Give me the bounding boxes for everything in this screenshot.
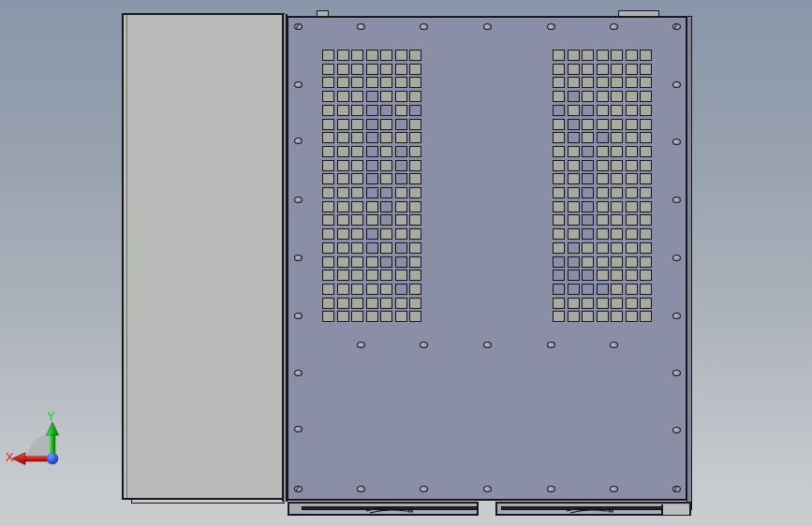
vent-cell xyxy=(322,201,334,212)
vent-cell xyxy=(337,146,349,157)
screw-hole xyxy=(420,486,428,492)
screw-hole xyxy=(610,486,618,492)
vent-cell xyxy=(626,298,638,309)
vent-cell xyxy=(640,132,652,143)
z-axis-origin-ball[interactable] xyxy=(47,453,58,464)
screw-hole xyxy=(672,313,681,319)
vent-cell xyxy=(597,284,609,295)
left-door-panel[interactable] xyxy=(122,13,285,500)
vent-cell xyxy=(597,242,609,254)
y-axis-label: Y xyxy=(47,410,55,423)
vent-cell xyxy=(553,187,565,198)
vent-cell xyxy=(351,146,363,157)
vent-cell xyxy=(611,50,623,61)
vent-cell xyxy=(322,132,334,143)
vent-cell xyxy=(582,77,594,88)
vent-cell xyxy=(553,214,565,226)
screw-hole xyxy=(420,23,428,30)
vent-cell xyxy=(568,311,580,322)
vent-cell xyxy=(322,270,334,281)
screw-hole-slash xyxy=(674,23,678,29)
screw-hole xyxy=(483,23,492,30)
screw-hole xyxy=(294,370,303,376)
vent-cell xyxy=(351,132,363,143)
vent-cell xyxy=(380,187,392,198)
vent-cell xyxy=(351,214,363,226)
vent-cell xyxy=(582,132,594,143)
cad-viewport[interactable]: X Y xyxy=(0,0,812,526)
screw-hole xyxy=(672,81,681,88)
vent-cell xyxy=(582,105,594,116)
vent-cell xyxy=(597,105,609,116)
vent-cell xyxy=(568,119,580,130)
screw-hole xyxy=(420,342,428,348)
vent-cell xyxy=(553,270,565,281)
vent-cell xyxy=(337,270,349,281)
vent-cell xyxy=(366,214,378,226)
vent-cell xyxy=(582,228,594,240)
vent-cell xyxy=(351,284,363,295)
x-axis-label: X xyxy=(6,450,14,464)
vent-cell xyxy=(597,298,609,309)
vent-cell xyxy=(409,298,421,309)
vent-cell xyxy=(626,132,638,143)
vent-cell xyxy=(553,146,565,157)
vent-cell xyxy=(351,311,363,322)
vent-cell xyxy=(597,270,609,281)
vent-cell xyxy=(380,64,392,75)
vent-cell xyxy=(351,256,363,268)
y-axis-arrowhead[interactable] xyxy=(47,422,59,435)
vent-cell xyxy=(322,119,334,130)
vent-cell xyxy=(611,284,623,295)
vent-cell xyxy=(337,311,349,322)
bottom-bracket[interactable] xyxy=(288,502,479,516)
vent-cell xyxy=(366,270,378,281)
vent-cell xyxy=(409,146,421,157)
vent-cell xyxy=(568,187,580,198)
vent-cell xyxy=(409,91,421,102)
bottom-bracket[interactable] xyxy=(495,502,691,516)
vent-cell xyxy=(626,256,638,268)
vent-cell xyxy=(366,298,378,309)
vent-cell xyxy=(380,228,392,240)
screw-hole xyxy=(483,342,492,348)
vent-cell xyxy=(553,311,565,322)
vent-cell xyxy=(380,201,392,212)
vent-cell xyxy=(395,256,407,268)
vent-cell xyxy=(611,311,623,322)
vent-cell xyxy=(611,298,623,309)
vent-cell xyxy=(337,119,349,130)
vent-cell xyxy=(640,173,652,184)
vent-cell xyxy=(626,105,638,116)
vent-cell xyxy=(640,146,652,157)
vent-cell xyxy=(395,242,407,254)
vent-cell xyxy=(366,311,378,322)
vent-cell xyxy=(322,242,334,254)
vent-cell xyxy=(380,146,392,157)
x-axis-arrowhead[interactable] xyxy=(12,453,25,465)
vent-cell xyxy=(597,311,609,322)
vent-cell xyxy=(366,64,378,75)
vent-cell xyxy=(322,228,334,240)
screw-hole-slash xyxy=(296,23,300,29)
vent-cell xyxy=(553,201,565,212)
vent-cell xyxy=(553,228,565,240)
vent-cell xyxy=(380,311,392,322)
vent-cell xyxy=(395,132,407,143)
vent-cell xyxy=(553,173,565,184)
vent-cell xyxy=(568,64,580,75)
vent-cell xyxy=(640,50,652,61)
orientation-triad[interactable]: X Y xyxy=(6,410,99,490)
vent-cell xyxy=(626,242,638,254)
vent-cell xyxy=(597,173,609,184)
screw-hole xyxy=(672,255,681,261)
screw-hole xyxy=(547,342,555,348)
vent-cell xyxy=(322,311,334,322)
vent-cell xyxy=(337,105,349,116)
vent-cell xyxy=(409,173,421,184)
vent-cell xyxy=(395,270,407,281)
vent-cell xyxy=(582,311,594,322)
screw-hole xyxy=(357,342,365,348)
vent-cell xyxy=(611,132,623,143)
vent-cell xyxy=(640,214,652,226)
